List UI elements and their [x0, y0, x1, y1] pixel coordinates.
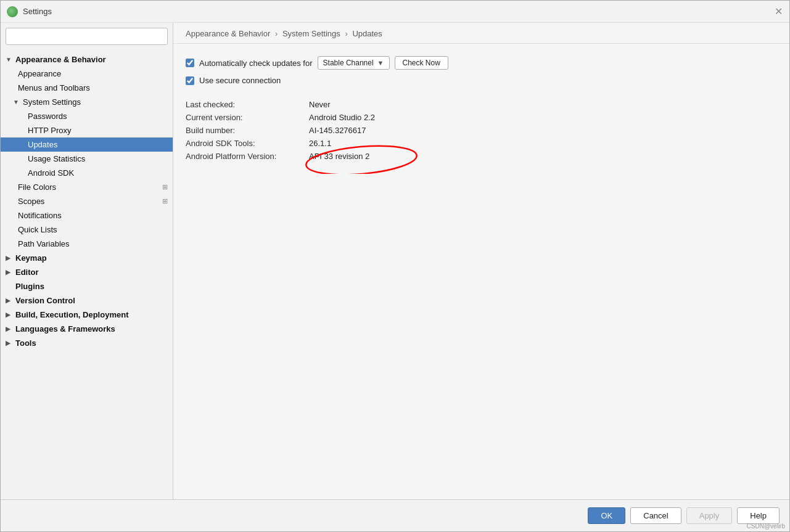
build-number-label: Build number: — [186, 126, 309, 135]
auto-check-label: Automatically check updates for — [199, 59, 313, 68]
sidebar-item-plugins[interactable]: ▶ Plugins — [1, 279, 173, 293]
auto-check-checkbox[interactable] — [186, 59, 194, 67]
external-link-icon: ⊞ — [162, 183, 168, 191]
sidebar-item-notifications[interactable]: Notifications — [1, 208, 173, 223]
main-content: ▼ Appearance & Behavior Appearance Menus… — [1, 23, 789, 499]
apply-button[interactable]: Apply — [686, 507, 733, 524]
expand-arrow-icon: ▶ — [6, 255, 14, 261]
app-icon — [7, 6, 18, 17]
secure-connection-row: Use secure connection — [186, 76, 777, 85]
sidebar-item-system-settings[interactable]: ▼ System Settings — [1, 95, 173, 109]
breadcrumb-sep2: › — [345, 29, 350, 38]
sdk-tools-label: Android SDK Tools: — [186, 139, 309, 148]
chevron-down-icon: ▼ — [377, 59, 384, 67]
platform-version-value: API 33 revision 2 — [309, 152, 369, 161]
secure-connection-checkbox[interactable] — [186, 76, 194, 85]
sidebar-item-keymap[interactable]: ▶ Keymap — [1, 251, 173, 265]
sidebar-item-http-proxy[interactable]: HTTP Proxy — [1, 123, 173, 137]
external-link-icon: ⊞ — [162, 197, 168, 205]
settings-window: Settings ✕ ▼ Appearance & Behavior Appea… — [0, 0, 790, 532]
expand-arrow-icon: ▼ — [13, 99, 22, 105]
expand-arrow-icon: ▶ — [6, 340, 14, 346]
sidebar-item-editor[interactable]: ▶ Editor — [1, 265, 173, 279]
auto-check-row: Automatically check updates for Stable C… — [186, 56, 777, 70]
sidebar-item-quick-lists[interactable]: Quick Lists — [1, 223, 173, 237]
watermark: CSDN@velirb — [747, 523, 785, 530]
sidebar-item-android-sdk[interactable]: Android SDK — [1, 166, 173, 180]
expand-arrow-icon: ▶ — [6, 325, 14, 332]
sidebar: ▼ Appearance & Behavior Appearance Menus… — [1, 23, 173, 499]
search-input[interactable] — [6, 28, 168, 45]
expand-arrow-icon: ▶ — [6, 269, 14, 276]
sidebar-item-file-colors[interactable]: File Colors ⊞ — [1, 180, 173, 194]
sidebar-item-path-variables[interactable]: Path Variables — [1, 237, 173, 251]
sidebar-item-usage-statistics[interactable]: Usage Statistics — [1, 152, 173, 166]
build-number-value: AI-145.3276617 — [309, 126, 777, 135]
check-now-button[interactable]: Check Now — [395, 56, 448, 70]
sidebar-item-updates[interactable]: Updates — [1, 137, 173, 152]
window-title: Settings — [23, 7, 773, 16]
breadcrumb: Appearance & Behavior › System Settings … — [173, 23, 789, 44]
sidebar-item-appearance-behavior[interactable]: ▼ Appearance & Behavior — [1, 52, 173, 67]
ok-button[interactable]: OK — [588, 507, 625, 524]
sidebar-item-scopes[interactable]: Scopes ⊞ — [1, 194, 173, 208]
expand-arrow-icon: ▼ — [6, 56, 14, 63]
info-grid: Last checked: Never Current version: And… — [186, 100, 777, 161]
secure-connection-label: Use secure connection — [199, 76, 281, 85]
footer: OK Cancel Apply Help — [1, 499, 789, 531]
last-checked-label: Last checked: — [186, 100, 309, 109]
sidebar-item-languages-frameworks[interactable]: ▶ Languages & Frameworks — [1, 322, 173, 336]
platform-version-container: API 33 revision 2 — [309, 152, 777, 161]
title-bar: Settings ✕ — [1, 1, 789, 23]
expand-arrow-icon: ▶ — [6, 311, 14, 318]
platform-version-label: Android Platform Version: — [186, 152, 309, 161]
sidebar-item-appearance[interactable]: Appearance — [1, 67, 173, 81]
breadcrumb-sep1: › — [275, 29, 280, 38]
cancel-button[interactable]: Cancel — [630, 507, 681, 524]
sidebar-item-menus-toolbars[interactable]: Menus and Toolbars — [1, 81, 173, 95]
close-button[interactable]: ✕ — [773, 7, 783, 17]
current-version-label: Current version: — [186, 113, 309, 122]
expand-arrow-icon: ▶ — [6, 297, 14, 304]
sdk-tools-value: 26.1.1 — [309, 139, 777, 148]
content-area: Automatically check updates for Stable C… — [173, 44, 789, 499]
last-checked-value: Never — [309, 100, 777, 109]
sidebar-item-tools[interactable]: ▶ Tools — [1, 336, 173, 350]
sidebar-item-version-control[interactable]: ▶ Version Control — [1, 293, 173, 308]
sidebar-item-build-execution-deployment[interactable]: ▶ Build, Execution, Deployment — [1, 308, 173, 322]
current-version-value: Android Studio 2.2 — [309, 113, 777, 122]
channel-dropdown[interactable]: Stable Channel ▼ — [318, 56, 390, 70]
main-panel: Appearance & Behavior › System Settings … — [173, 23, 789, 499]
nav-tree: ▼ Appearance & Behavior Appearance Menus… — [1, 50, 173, 353]
sidebar-item-passwords[interactable]: Passwords — [1, 109, 173, 123]
help-button[interactable]: Help — [737, 507, 780, 524]
